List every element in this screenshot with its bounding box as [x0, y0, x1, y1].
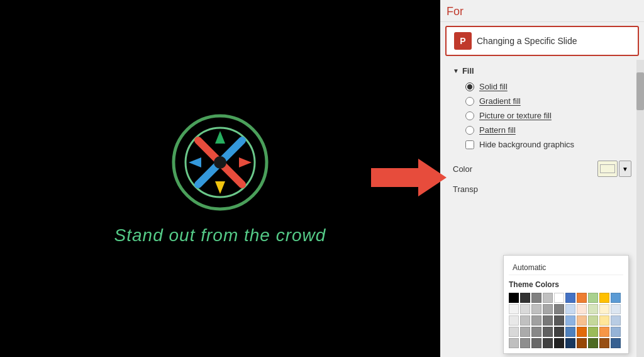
- slide-panel: Stand out from the crowd: [0, 0, 440, 357]
- swatch-r2-5[interactable]: [554, 304, 564, 314]
- swatch-r4-6[interactable]: [565, 327, 575, 337]
- slide-title: Changing a Specific Slide: [477, 36, 577, 46]
- swatch-r5-2[interactable]: [520, 338, 530, 348]
- picture-fill-radio[interactable]: [465, 111, 474, 120]
- swatch-blue[interactable]: [565, 293, 575, 303]
- solid-fill-option[interactable]: Solid fill: [465, 82, 631, 91]
- swatch-r2-8[interactable]: [588, 304, 598, 314]
- color-row-3: [509, 315, 623, 326]
- swatch-r2-2[interactable]: [520, 304, 530, 314]
- swatch-r4-7[interactable]: [577, 327, 587, 337]
- picture-fill-label: Picture or texture fill: [479, 111, 552, 120]
- swatch-r3-6[interactable]: [565, 315, 575, 326]
- swatch-r5-3[interactable]: [531, 338, 541, 348]
- swatch-r5-5[interactable]: [554, 338, 564, 348]
- scrollbar-thumb[interactable]: [636, 72, 644, 110]
- swatch-r4-4[interactable]: [543, 327, 553, 337]
- color-picker-button[interactable]: [597, 161, 618, 177]
- swatch-black[interactable]: [509, 293, 519, 303]
- swatch-r3-10[interactable]: [611, 315, 621, 326]
- swatch-gray1[interactable]: [531, 293, 541, 303]
- color-label: Color: [453, 164, 591, 174]
- transparency-label: Transp: [453, 184, 478, 194]
- svg-marker-9: [371, 159, 447, 196]
- swatch-r2-6[interactable]: [565, 304, 575, 314]
- ppt-header: For: [440, 0, 644, 22]
- fill-options: Solid fill Gradient fill Picture or text…: [453, 82, 631, 149]
- swatch-r4-2[interactable]: [520, 327, 530, 337]
- swatch-r2-1[interactable]: [509, 304, 519, 314]
- swatch-r4-8[interactable]: [588, 327, 598, 337]
- color-row-5: [509, 338, 623, 348]
- automatic-option[interactable]: Automatic: [509, 261, 623, 275]
- swatch-r2-4[interactable]: [543, 304, 553, 314]
- title-bar: P Changing a Specific Slide: [445, 26, 639, 56]
- swatch-r5-6[interactable]: [565, 338, 575, 348]
- swatch-r4-10[interactable]: [611, 327, 621, 337]
- svg-marker-4: [215, 131, 225, 144]
- fill-label: Fill: [462, 66, 474, 76]
- pattern-fill-option[interactable]: Pattern fill: [465, 125, 631, 135]
- swatch-r2-3[interactable]: [531, 304, 541, 314]
- gradient-fill-option[interactable]: Gradient fill: [465, 96, 631, 106]
- transparency-row: Transp: [443, 182, 641, 196]
- swatch-r4-9[interactable]: [599, 327, 609, 337]
- logo-container: [170, 112, 270, 213]
- hide-bg-checkbox[interactable]: [465, 140, 474, 149]
- color-dropdown-button[interactable]: ▼: [619, 161, 631, 177]
- swatch-white[interactable]: [554, 293, 564, 303]
- ppt-panel: For P Changing a Specific Slide ▼ Fill S…: [440, 0, 644, 357]
- swatch-r3-7[interactable]: [577, 315, 587, 326]
- swatch-r2-7[interactable]: [577, 304, 587, 314]
- swatch-r3-8[interactable]: [588, 315, 598, 326]
- swatch-r3-9[interactable]: [599, 315, 609, 326]
- swatch-yellow[interactable]: [599, 293, 609, 303]
- swatch-r5-10[interactable]: [611, 338, 621, 348]
- swatch-ltgray1[interactable]: [543, 293, 553, 303]
- fill-section: ▼ Fill Solid fill Gradient fill Picture …: [443, 60, 641, 156]
- theme-colors-label: Theme Colors: [509, 279, 623, 293]
- hide-bg-option[interactable]: Hide background graphics: [465, 140, 631, 149]
- color-row: Color ▼: [443, 156, 641, 182]
- color-picker-dropdown: Automatic Theme Colors: [503, 255, 629, 354]
- swatch-r5-1[interactable]: [509, 338, 519, 348]
- svg-point-8: [214, 156, 226, 169]
- color-row-2: [509, 304, 623, 314]
- scrollbar[interactable]: [636, 60, 644, 357]
- color-swatches-grid: [509, 293, 623, 348]
- swatch-r3-1[interactable]: [509, 315, 519, 326]
- swatch-dark1[interactable]: [520, 293, 530, 303]
- swatch-green[interactable]: [588, 293, 598, 303]
- swatch-r4-1[interactable]: [509, 327, 519, 337]
- automatic-label: Automatic: [513, 263, 546, 272]
- swatch-r3-2[interactable]: [520, 315, 530, 326]
- swatch-r5-9[interactable]: [599, 338, 609, 348]
- hide-bg-label: Hide background graphics: [479, 140, 574, 149]
- swatch-orange[interactable]: [577, 293, 587, 303]
- gradient-fill-radio[interactable]: [465, 97, 474, 106]
- swatch-r5-8[interactable]: [588, 338, 598, 348]
- logo-svg: [170, 112, 270, 213]
- red-arrow-icon: [371, 156, 447, 200]
- swatch-r3-3[interactable]: [531, 315, 541, 326]
- color-row-4: [509, 327, 623, 337]
- swatch-r2-10[interactable]: [611, 304, 621, 314]
- picture-fill-option[interactable]: Picture or texture fill: [465, 111, 631, 120]
- swatch-r2-9[interactable]: [599, 304, 609, 314]
- solid-fill-radio[interactable]: [465, 82, 474, 91]
- svg-marker-6: [189, 157, 201, 167]
- powerpoint-icon: P: [454, 32, 472, 50]
- pattern-fill-radio[interactable]: [465, 126, 474, 135]
- swatch-r5-4[interactable]: [543, 338, 553, 348]
- header-partial-text: For: [447, 5, 464, 18]
- collapse-icon[interactable]: ▼: [453, 67, 459, 74]
- panel-content: ▼ Fill Solid fill Gradient fill Picture …: [440, 60, 644, 357]
- swatch-r5-7[interactable]: [577, 338, 587, 348]
- swatch-r3-4[interactable]: [543, 315, 553, 326]
- solid-fill-label: Solid fill: [479, 82, 508, 91]
- swatch-r3-5[interactable]: [554, 315, 564, 326]
- swatch-r4-5[interactable]: [554, 327, 564, 337]
- swatch-r4-3[interactable]: [531, 327, 541, 337]
- slide-tagline: Stand out from the crowd: [114, 225, 326, 246]
- swatch-teal[interactable]: [611, 293, 621, 303]
